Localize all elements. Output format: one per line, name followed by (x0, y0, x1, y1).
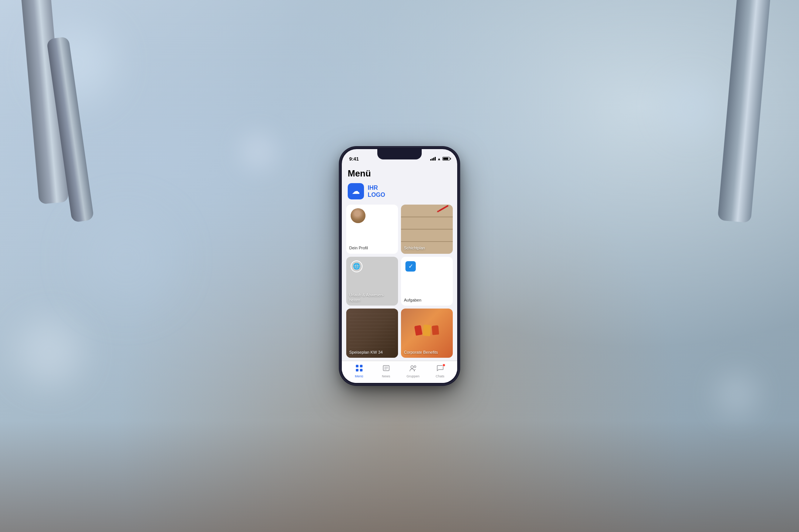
profile-avatar-image (351, 208, 365, 223)
profile-avatar (351, 208, 365, 223)
svg-point-8 (411, 366, 413, 368)
menu-grid: Dein Profil Schichtplan 🌐 Urlaub & Abwes… (342, 202, 457, 361)
pipe-3 (718, 0, 773, 223)
logo-icon: ☁ (352, 186, 360, 196)
svg-rect-1 (360, 365, 363, 367)
grid-item-corporate-benefits[interactable]: Corporate Benefits (401, 309, 453, 358)
logo-text: IHR LOGO (368, 184, 385, 198)
logo-box: ☁ (348, 183, 364, 199)
app-content: Menü ☁ IHR LOGO (342, 165, 457, 383)
app-header: Menü (342, 165, 457, 181)
logo-section: ☁ IHR LOGO (342, 181, 457, 202)
battery-icon (442, 157, 450, 161)
tab-item-news[interactable]: News (372, 364, 400, 378)
grid-item-dein-profil[interactable]: Dein Profil (346, 205, 398, 254)
svg-rect-0 (356, 365, 358, 367)
tab-item-chats[interactable]: Chats (427, 364, 454, 378)
phone-scene: 9:41 ▲ Menü (252, 59, 547, 503)
news-tab-icon (382, 364, 390, 374)
grid-item-schichtplan[interactable]: Schichtplan (401, 205, 453, 254)
dein-profil-label: Dein Profil (346, 244, 398, 253)
menu-tab-label: Menü (355, 374, 363, 378)
phone-notch (377, 149, 422, 159)
tab-item-menu[interactable]: Menü (345, 364, 372, 378)
aufgaben-label: Aufgaben (401, 296, 453, 306)
gruppen-tab-label: Gruppen (407, 374, 419, 378)
menu-tab-icon (355, 364, 363, 374)
urlaub-icon: 🌐 (351, 260, 363, 272)
grid-item-urlaub[interactable]: 🌐 Urlaub & Abwesen-heiten (346, 257, 398, 306)
phone-device: 9:41 ▲ Menü (340, 148, 459, 384)
urlaub-label: Urlaub & Abwesen-heiten (346, 277, 398, 306)
svg-rect-2 (356, 369, 358, 371)
wifi-icon: ▲ (437, 157, 441, 161)
aufgaben-checkbox-icon: ✓ (405, 261, 416, 272)
status-icons: ▲ (430, 157, 450, 161)
grid-item-speiseplan[interactable]: Speiseplan KW 34 (346, 309, 398, 358)
tab-bar: Menü News (342, 361, 457, 383)
news-tab-label: News (382, 374, 390, 378)
phone-screen: 9:41 ▲ Menü (342, 149, 457, 383)
chats-tab-label: Chats (436, 374, 445, 378)
speiseplan-grid (349, 312, 395, 350)
schichtplan-label: Schichtplan (401, 244, 453, 253)
chats-badge (442, 364, 445, 367)
tab-item-gruppen[interactable]: Gruppen (400, 364, 427, 378)
svg-point-9 (414, 366, 416, 368)
app-title: Menü (348, 168, 371, 178)
speiseplan-label: Speiseplan KW 34 (346, 348, 398, 358)
signal-bars-icon (430, 157, 436, 161)
svg-rect-3 (360, 369, 363, 371)
corporate-benefits-label: Corporate Benefits (401, 348, 453, 358)
status-time: 9:41 (349, 156, 359, 162)
chats-tab-icon (436, 364, 444, 374)
gruppen-tab-icon (409, 364, 417, 374)
grid-item-aufgaben[interactable]: ✓ Aufgaben (401, 257, 453, 306)
